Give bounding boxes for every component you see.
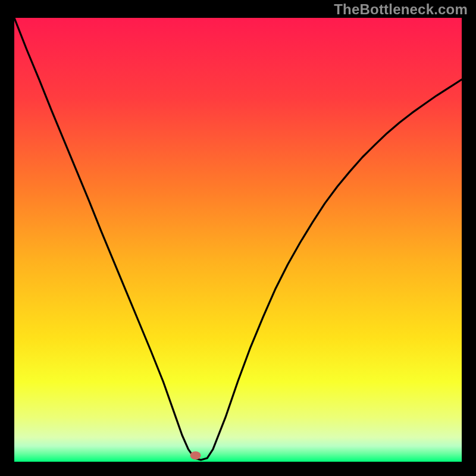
gradient-background xyxy=(14,18,462,462)
watermark-text: TheBottleneck.com xyxy=(334,1,468,18)
bottleneck-chart xyxy=(0,0,476,476)
optimum-marker xyxy=(190,452,201,460)
